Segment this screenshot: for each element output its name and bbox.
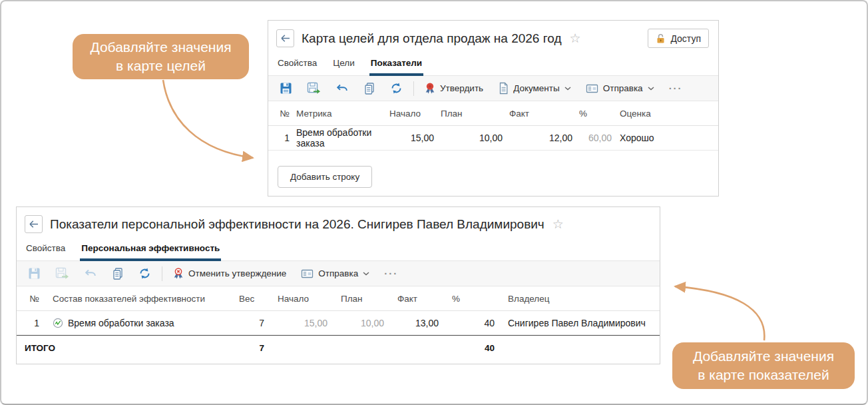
- refresh-icon: [138, 267, 151, 280]
- approve-ribbon-icon: [425, 82, 435, 95]
- cell-fact: 12,00: [509, 133, 572, 143]
- tab-properties[interactable]: Свойства: [276, 55, 318, 76]
- cell-percent: 60,00: [579, 133, 612, 143]
- save-icon: [280, 82, 292, 95]
- column-header-percent: %: [452, 294, 495, 304]
- toolbar-divider: [162, 266, 162, 281]
- copy-icon: [363, 82, 375, 95]
- undo-button[interactable]: [328, 76, 356, 101]
- cell-percent: 40: [452, 318, 495, 328]
- tab-indicators[interactable]: Показатели: [369, 55, 423, 76]
- table-total-row: ИТОГО 7 40: [17, 335, 660, 360]
- personal-toolbar: Отменить утверждение Отправка ···: [17, 261, 660, 286]
- page-title: Показатели персональной эффективности на…: [50, 217, 544, 232]
- cell-start: 15,00: [278, 318, 327, 328]
- more-actions-button[interactable]: ···: [662, 76, 690, 101]
- column-header-num: №: [278, 109, 290, 119]
- cell-weight: 7: [239, 318, 264, 328]
- cell-name-text: Время обработки заказа: [68, 318, 174, 328]
- cancel-approve-button[interactable]: Отменить утверждение: [166, 261, 294, 286]
- back-button[interactable]: [276, 29, 294, 47]
- copy-button[interactable]: [105, 261, 131, 286]
- personal-table-header: № Состав показателей эффективности Вес Н…: [17, 286, 660, 311]
- save-and-create-icon: [55, 267, 69, 280]
- add-row-area: Добавить строку: [268, 151, 718, 203]
- copy-button[interactable]: [356, 76, 383, 101]
- cell-name: Время обработки заказа: [53, 318, 226, 328]
- column-header-name: Состав показателей эффективности: [53, 294, 226, 304]
- column-header-plan: План: [441, 109, 503, 119]
- add-row-button[interactable]: Добавить строку: [278, 166, 372, 188]
- save-and-create-icon: [307, 82, 321, 95]
- send-dropdown[interactable]: Отправка: [578, 76, 662, 101]
- documents-dropdown[interactable]: Документы: [491, 76, 578, 101]
- personal-efficiency-window: Показатели персональной эффективности на…: [16, 206, 660, 364]
- more-actions-button[interactable]: ···: [377, 261, 405, 286]
- refresh-button[interactable]: [131, 261, 158, 286]
- documents-label: Документы: [513, 83, 560, 93]
- cell-num: 1: [278, 133, 290, 143]
- save-and-create-button[interactable]: [48, 261, 77, 286]
- goal-table-header: № Метрика Начало План Факт % Оценка: [268, 101, 718, 126]
- documents-icon: [498, 82, 509, 95]
- refresh-icon: [390, 82, 403, 95]
- save-button[interactable]: [21, 261, 48, 286]
- chevron-down-icon: [564, 87, 571, 91]
- back-button[interactable]: [25, 215, 43, 233]
- column-header-fact: Факт: [397, 294, 439, 304]
- column-header-fact: Факт: [509, 109, 572, 119]
- favorite-star-icon[interactable]: ☆: [552, 216, 564, 232]
- cell-plan: 10,00: [441, 133, 503, 143]
- tab-goals[interactable]: Цели: [331, 55, 355, 76]
- send-icon: [586, 83, 598, 94]
- callout-text-line: Добавляйте значения: [693, 347, 834, 366]
- toolbar-divider: [413, 81, 414, 96]
- arrow-to-goal-map: [163, 80, 253, 158]
- cell-metric: Время обработки заказа: [296, 127, 383, 149]
- approve-button-label: Утвердить: [440, 83, 483, 93]
- save-button[interactable]: [272, 76, 300, 101]
- metric-icon: [53, 318, 63, 328]
- tab-properties[interactable]: Свойства: [25, 240, 67, 261]
- column-header-weight: Вес: [239, 294, 264, 304]
- personal-tabs: Свойства Персональная эффективность: [17, 236, 660, 261]
- table-row[interactable]: 1 Время обработки заказа 15,00 10,00 12,…: [268, 126, 718, 151]
- callout-text-line: Добавляйте значения: [90, 38, 231, 57]
- save-and-create-button[interactable]: [300, 76, 328, 101]
- column-header-num: №: [25, 294, 39, 304]
- access-button[interactable]: Доступ: [648, 29, 709, 48]
- approve-button[interactable]: Утвердить: [417, 76, 491, 101]
- favorite-star-icon[interactable]: ☆: [569, 31, 580, 46]
- cancel-approve-ribbon-icon: [173, 267, 184, 280]
- column-header-percent: %: [579, 109, 612, 119]
- goal-map-window: Карта целей для отдела продаж на 2026 го…: [268, 20, 719, 197]
- undo-button[interactable]: [77, 261, 105, 286]
- back-arrow-icon: [29, 220, 39, 228]
- cancel-approve-label: Отменить утверждение: [188, 268, 286, 278]
- goal-map-toolbar: Утвердить Документы: [268, 76, 718, 101]
- screenshot-canvas: Добавляйте значения в карте целей Добавл…: [0, 0, 868, 405]
- callout-text-line: в карте целей: [116, 57, 206, 75]
- table-row[interactable]: 1 Время обработки заказа 7 15,00 10,00 1…: [17, 311, 660, 335]
- callout-text-line: в карте показателей: [698, 366, 829, 384]
- goal-map-tabs: Свойства Цели Показатели: [268, 51, 718, 76]
- refresh-button[interactable]: [383, 76, 410, 101]
- tab-personal-efficiency[interactable]: Персональная эффективность: [80, 240, 221, 261]
- access-button-label: Доступ: [670, 33, 701, 44]
- cell-start: 15,00: [389, 133, 434, 143]
- callout-goal-map: Добавляйте значения в карте целей: [73, 34, 249, 79]
- send-dropdown[interactable]: Отправка: [294, 261, 377, 286]
- copy-icon: [112, 267, 124, 280]
- lock-icon: [656, 33, 666, 44]
- cell-fact: 13,00: [397, 318, 439, 328]
- personal-header: Показатели персональной эффективности на…: [17, 207, 660, 236]
- total-percent: 40: [452, 343, 495, 353]
- total-label: ИТОГО: [25, 343, 226, 353]
- send-label: Отправка: [318, 268, 358, 278]
- back-arrow-icon: [280, 34, 290, 43]
- column-header-metric: Метрика: [296, 109, 383, 119]
- arrow-to-indicators: [675, 286, 764, 340]
- send-icon: [301, 268, 314, 279]
- page-title: Карта целей для отдела продаж на 2026 го…: [302, 31, 561, 46]
- chevron-down-icon: [648, 87, 654, 91]
